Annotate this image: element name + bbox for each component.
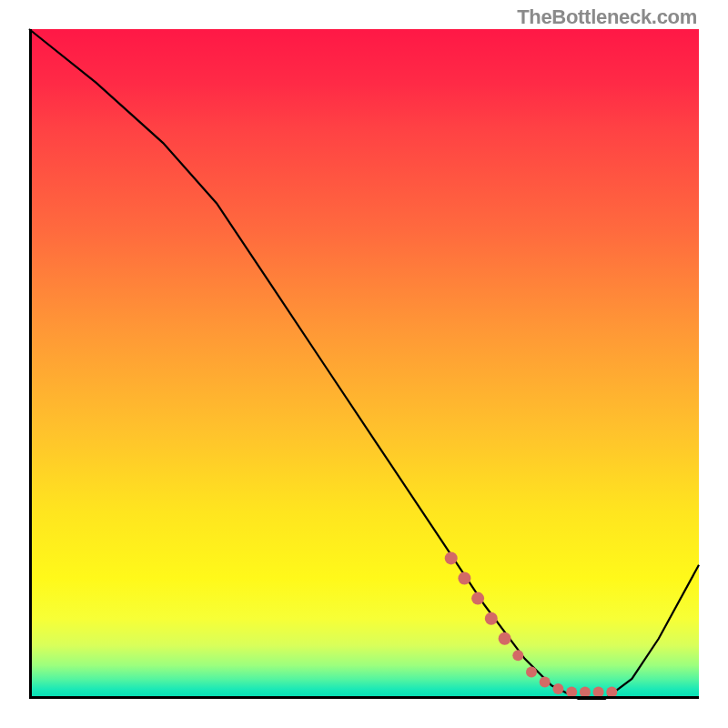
plot-area <box>29 29 699 699</box>
marker-dot <box>526 667 537 678</box>
marker-dot <box>540 677 551 688</box>
marker-dot <box>458 572 470 585</box>
marker-dot <box>485 612 498 625</box>
chart-frame: TheBottleneck.com <box>0 0 728 728</box>
chart-overlay <box>29 29 699 699</box>
marker-dot <box>499 632 511 645</box>
marker-dot <box>445 551 458 564</box>
marker-dot <box>552 683 563 694</box>
marker-dot <box>471 592 484 605</box>
marker-dot <box>512 650 523 661</box>
watermark-text: TheBottleneck.com <box>517 5 697 29</box>
y-axis <box>29 29 32 699</box>
highlight-markers <box>445 551 618 697</box>
bottleneck-curve <box>29 29 699 699</box>
x-axis <box>29 696 699 699</box>
